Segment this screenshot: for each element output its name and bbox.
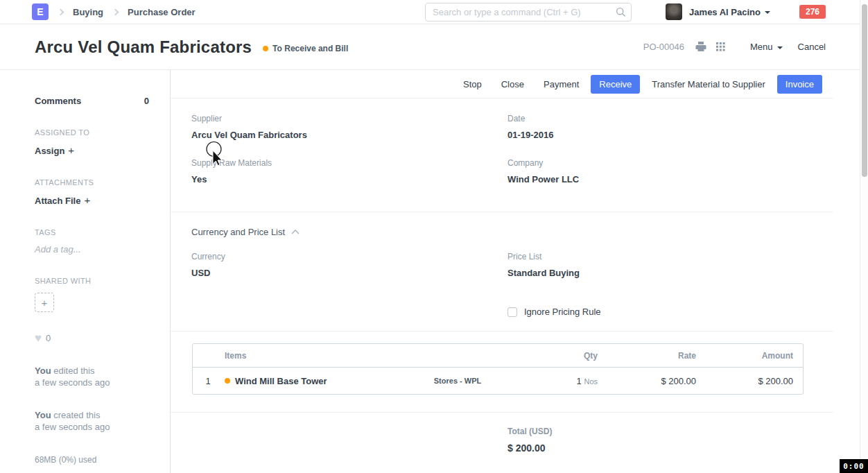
stop-button[interactable]: Stop xyxy=(455,75,489,94)
field-value[interactable]: Yes xyxy=(191,174,507,184)
notification-badge[interactable]: 276 xyxy=(799,5,826,19)
add-tag-input[interactable]: Add a tag... xyxy=(35,244,149,255)
row-warehouse: Stores - WPL xyxy=(388,377,527,385)
page-title: Arcu Vel Quam Fabricators xyxy=(35,37,252,57)
comments-label: Comments xyxy=(35,96,81,106)
total-label: Total (USD) xyxy=(507,427,833,436)
user-menu[interactable]: James Al Pacino xyxy=(689,7,770,17)
layout: Comments 0 ASSIGNED TO Assign+ ATTACHMEN… xyxy=(0,70,868,473)
like-button[interactable]: ♥ 0 xyxy=(35,333,149,343)
cancel-button[interactable]: Cancel xyxy=(798,42,826,52)
payment-button[interactable]: Payment xyxy=(536,75,587,94)
attachments-heading: ATTACHMENTS xyxy=(35,178,149,187)
field-value[interactable]: Arcu Vel Quam Fabricators xyxy=(191,130,507,140)
items-table-header: Items Qty Rate Amount xyxy=(193,344,803,368)
search-input[interactable] xyxy=(425,3,632,22)
attach-file-button[interactable]: Attach File+ xyxy=(35,194,149,206)
receive-button[interactable]: Receive xyxy=(591,75,640,94)
activity-when: a few seconds ago xyxy=(35,377,110,388)
assigned-to-heading: ASSIGNED TO xyxy=(35,128,149,137)
field-label: Supplier xyxy=(191,114,507,123)
assign-button[interactable]: Assign+ xyxy=(35,144,149,156)
field-value[interactable]: Wind Power LLC xyxy=(507,174,833,184)
qty-uom: Nos xyxy=(584,377,598,386)
qty-value: 1 xyxy=(577,376,582,386)
field-label: Price List xyxy=(507,252,833,261)
breadcrumb-buying[interactable]: Buying xyxy=(73,7,103,17)
menu-button[interactable]: Menu xyxy=(750,42,783,52)
field-date: Date 01-19-2016 xyxy=(507,114,833,140)
field-currency: Currency USD xyxy=(191,252,507,278)
item-status-dot-icon xyxy=(225,378,230,384)
header-amount: Amount xyxy=(702,351,803,361)
assign-label: Assign xyxy=(35,146,64,156)
activity-entry: You created this a few seconds ago xyxy=(35,409,149,433)
row-index: 1 xyxy=(193,376,223,386)
field-label: Company xyxy=(507,158,833,168)
field-total: Total (USD) $ 200.00 xyxy=(507,427,833,454)
row-rate: $ 200.00 xyxy=(607,376,702,386)
page-head: Arcu Vel Quam Fabricators To Receive and… xyxy=(0,24,868,70)
form-section-currency: Currency and Price List Currency USD Pri… xyxy=(171,212,833,331)
recording-timer: 0:00 xyxy=(840,459,868,473)
scrollbar-thumb[interactable] xyxy=(862,4,867,177)
page-head-actions: PO-00046 Menu Cancel xyxy=(643,42,826,52)
invoice-button[interactable]: Invoice xyxy=(777,75,822,94)
activity-action: created this xyxy=(51,410,101,420)
field-label: Date xyxy=(507,114,833,123)
workflow-toolbar: Stop Close Payment Receive Transfer Mate… xyxy=(171,70,833,98)
activity-actor: You xyxy=(35,410,51,420)
vertical-scrollbar xyxy=(860,0,868,473)
header-rate: Rate xyxy=(607,351,702,361)
shared-with-heading: SHARED WITH xyxy=(35,277,149,285)
header-items: Items xyxy=(223,351,388,361)
section-title: Currency and Price List xyxy=(191,227,285,237)
grid-view-icon[interactable] xyxy=(716,42,725,51)
status-dot-icon xyxy=(263,46,268,51)
chevron-down-icon xyxy=(765,11,770,14)
total-value: $ 200.00 xyxy=(507,442,833,454)
attach-file-label: Attach File xyxy=(35,196,80,206)
close-button[interactable]: Close xyxy=(494,75,532,94)
print-icon[interactable] xyxy=(695,42,706,52)
sidebar: Comments 0 ASSIGNED TO Assign+ ATTACHMEN… xyxy=(0,70,171,473)
chevron-right-icon xyxy=(112,8,119,15)
document-id[interactable]: PO-00046 xyxy=(643,42,684,52)
activity-actor: You xyxy=(35,366,51,376)
row-amount: $ 200.00 xyxy=(702,376,803,386)
field-value[interactable]: Standard Buying xyxy=(507,268,833,278)
share-add-button[interactable]: + xyxy=(35,293,54,312)
item-name[interactable]: Wind Mill Base Tower xyxy=(235,376,327,386)
activity-when: a few seconds ago xyxy=(35,422,110,432)
field-supplier: Supplier Arcu Vel Quam Fabricators xyxy=(191,114,507,140)
like-count: 0 xyxy=(46,333,51,343)
chevron-up-icon xyxy=(291,230,300,234)
ignore-pricing-rule-checkbox[interactable]: Ignore Pricing Rule xyxy=(507,307,833,317)
breadcrumb-purchase-order[interactable]: Purchase Order xyxy=(128,7,196,17)
transfer-material-button[interactable]: Transfer Material to Supplier xyxy=(644,75,773,94)
checkbox-icon[interactable] xyxy=(507,307,517,317)
comments-count: 0 xyxy=(144,96,149,106)
section-toggle-currency[interactable]: Currency and Price List xyxy=(171,227,833,237)
navbar: E Buying Purchase Order James Al Pacino … xyxy=(0,0,868,24)
plus-icon: + xyxy=(84,194,90,206)
status-label: To Receive and Bill xyxy=(272,44,348,53)
field-value[interactable]: USD xyxy=(191,268,507,278)
field-label: Supply Raw Materials xyxy=(191,158,507,168)
form-section-totals: Total (USD) $ 200.00 xyxy=(171,412,833,454)
field-value[interactable]: 01-19-2016 xyxy=(507,130,833,140)
status-badge: To Receive and Bill xyxy=(263,44,348,53)
sidebar-item-comments[interactable]: Comments 0 xyxy=(35,96,149,106)
plus-icon: + xyxy=(42,297,48,309)
chevron-right-icon xyxy=(58,8,64,15)
checkbox-label: Ignore Pricing Rule xyxy=(524,307,601,317)
header-qty: Qty xyxy=(527,351,607,361)
app-logo[interactable]: E xyxy=(32,3,49,20)
search-icon xyxy=(616,7,626,19)
field-supply-raw-materials: Supply Raw Materials Yes xyxy=(191,158,507,184)
storage-usage: 68MB (0%) used xyxy=(35,455,149,465)
items-table: Items Qty Rate Amount 1 Wind Mill Base T… xyxy=(192,343,804,395)
avatar[interactable] xyxy=(666,3,682,20)
field-price-list: Price List Standard Buying xyxy=(507,252,833,278)
table-row[interactable]: 1 Wind Mill Base Tower Stores - WPL 1 No… xyxy=(193,368,803,394)
